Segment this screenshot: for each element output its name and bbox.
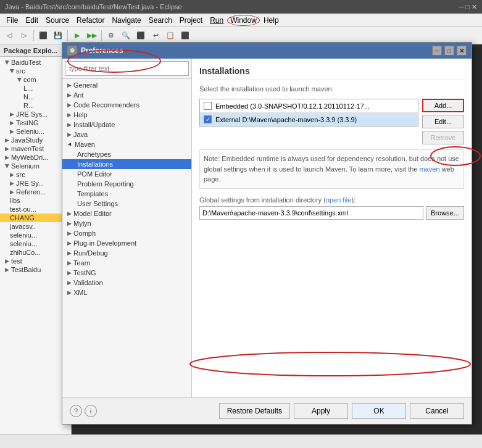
- tree-item-testout[interactable]: test-ou...: [0, 205, 71, 214]
- pref-install-update[interactable]: ▶ Install/Update: [62, 120, 191, 130]
- title-bar: Java - BaiduTest/src/com/baiduTest/NewTe…: [0, 0, 482, 14]
- explorer-header: Package Explo...: [0, 44, 71, 57]
- tree-item-baidutest[interactable]: ▶ BaiduTest: [0, 58, 71, 67]
- tb-new[interactable]: ⬛: [36, 29, 50, 43]
- menu-search[interactable]: Search: [145, 15, 176, 26]
- tree-item-sel3[interactable]: seleniu...: [0, 239, 71, 248]
- open-file-link[interactable]: open file: [326, 196, 352, 204]
- tree-item-jre[interactable]: ▶ JRE Sys...: [0, 110, 71, 118]
- tree-item-sel2[interactable]: seleniu...: [0, 231, 71, 239]
- browse-button[interactable]: Browse...: [426, 206, 464, 220]
- ok-button[interactable]: OK: [352, 403, 406, 419]
- tree-item-src2[interactable]: ▶ src: [0, 170, 71, 179]
- section-title: Installations: [199, 66, 464, 80]
- menu-navigate[interactable]: Navigate: [108, 15, 144, 26]
- tb-btn6[interactable]: ⬛: [178, 29, 192, 43]
- tb-save[interactable]: 💾: [51, 29, 65, 43]
- pref-maven[interactable]: ▼ Maven: [62, 139, 191, 149]
- expand-icon: ▶: [67, 250, 72, 256]
- tree-item-javacsv[interactable]: javacsv..: [0, 222, 71, 231]
- pref-code-recommenders[interactable]: ▶ Code Recommenders: [62, 100, 191, 110]
- remove-button[interactable]: Remove: [422, 131, 464, 144]
- menu-edit[interactable]: Edit: [22, 15, 42, 26]
- pref-archetypes[interactable]: Archetypes: [62, 149, 191, 159]
- tree-item-libs[interactable]: libs: [0, 196, 71, 205]
- item-label: Run/Debug: [73, 249, 108, 257]
- pref-mylyn[interactable]: ▶ Mylyn: [62, 218, 191, 228]
- pref-plugin-dev[interactable]: ▶ Plug-in Development: [62, 238, 191, 248]
- tree-item-mywebdriver[interactable]: ▶ MyWebDri...: [0, 153, 71, 162]
- tree-item-n[interactable]: N...: [0, 93, 71, 101]
- tree-item-r[interactable]: R...: [0, 101, 71, 110]
- tb-btn4[interactable]: ↩: [149, 29, 162, 43]
- global-settings-input[interactable]: [199, 206, 423, 220]
- installation-row-1[interactable]: ✓ External D:\Maven\apache-maven-3.3.9 (…: [200, 113, 418, 126]
- close-button[interactable]: ✕: [457, 46, 467, 56]
- tb-run[interactable]: ▶: [70, 29, 84, 43]
- pref-oomph[interactable]: ▶ Oomph: [62, 228, 191, 238]
- pref-installations[interactable]: Installations: [62, 159, 191, 169]
- tree-item-selenium1[interactable]: ▶ Seleniu...: [0, 127, 71, 136]
- tree-item-test[interactable]: ▶ test: [0, 257, 71, 265]
- cancel-button[interactable]: Cancel: [410, 403, 464, 419]
- tb-btn2[interactable]: 🔍: [119, 29, 133, 43]
- installation-row-0[interactable]: Embedded (3.0-SNAPSHOT/0.12.1.20110112-1…: [200, 99, 418, 113]
- pref-run-debug[interactable]: ▶ Run/Debug: [62, 248, 191, 258]
- pref-ant[interactable]: ▶ Ant: [62, 90, 191, 100]
- menu-source[interactable]: Source: [42, 15, 73, 26]
- menu-file[interactable]: File: [2, 15, 22, 26]
- item-label: Mylyn: [73, 220, 91, 227]
- minimize-button[interactable]: ─: [432, 46, 442, 56]
- tree-item-l[interactable]: L...: [0, 84, 71, 93]
- pref-xml[interactable]: ▶ XML: [62, 288, 191, 297]
- menu-run[interactable]: Run: [206, 15, 227, 26]
- expand-icon: ▶: [67, 270, 72, 276]
- info-button[interactable]: i: [85, 405, 97, 417]
- tb-btn1[interactable]: ⚙: [104, 29, 118, 43]
- pref-pom-editor[interactable]: POM Editor: [62, 169, 191, 179]
- maximize-button[interactable]: □: [444, 46, 454, 56]
- help-button[interactable]: ?: [70, 405, 82, 417]
- tree-item-maventest[interactable]: ▶ mavenTest: [0, 144, 71, 153]
- pref-model-editor[interactable]: ▶ Model Editor: [62, 209, 191, 218]
- maven-link[interactable]: maven: [420, 165, 440, 173]
- tree-item-chang[interactable]: CHANG: [0, 214, 71, 222]
- pref-templates[interactable]: Templates: [62, 189, 191, 199]
- menu-help[interactable]: Help: [260, 15, 283, 26]
- pref-help[interactable]: ▶ Help: [62, 110, 191, 120]
- pref-validation[interactable]: ▶ Validation: [62, 278, 191, 288]
- restore-defaults-button[interactable]: Restore Defaults: [219, 403, 290, 419]
- pref-general[interactable]: ▶ General: [62, 80, 191, 90]
- menu-refactor[interactable]: Refactor: [73, 15, 108, 26]
- tb-forward[interactable]: ▷: [17, 29, 31, 43]
- tree-item-com[interactable]: ▶ com: [0, 75, 71, 84]
- tree-item-src[interactable]: ▶ src: [0, 67, 71, 75]
- pref-user-settings[interactable]: User Settings: [62, 199, 191, 209]
- tree-item-javastudy[interactable]: ▶ JavaStudy: [0, 136, 71, 144]
- pref-team[interactable]: ▶ Team: [62, 258, 191, 268]
- menu-window[interactable]: Window: [227, 15, 260, 26]
- expand-icon: ▼: [67, 142, 73, 147]
- tree-item-jre2[interactable]: ▶ JRE Sy...: [0, 179, 71, 188]
- tree-item-selenium-proj[interactable]: ▶ Selenium: [0, 162, 71, 170]
- install-checkbox-1[interactable]: ✓: [204, 115, 212, 123]
- pref-problem-reporting[interactable]: Problem Reporting: [62, 179, 191, 189]
- tree-label: src: [16, 171, 25, 178]
- tb-sep3: [101, 30, 102, 41]
- menu-project[interactable]: Project: [176, 15, 206, 26]
- tree-item-testbaidu[interactable]: ▶ TestBaidu: [0, 265, 71, 274]
- tb-debug[interactable]: ▶▶: [85, 29, 99, 43]
- tree-item-ref[interactable]: ▶ Referen...: [0, 188, 71, 196]
- tb-btn5[interactable]: 📋: [164, 29, 177, 43]
- edit-button[interactable]: Edit...: [422, 115, 464, 128]
- add-button[interactable]: Add...: [422, 99, 464, 112]
- tb-back[interactable]: ◁: [2, 29, 16, 43]
- apply-button[interactable]: Apply: [294, 403, 348, 419]
- tb-btn3[interactable]: ⬛: [134, 29, 148, 43]
- install-checkbox-0[interactable]: [204, 102, 212, 110]
- pref-java[interactable]: ▶ Java: [62, 130, 191, 139]
- pref-testng[interactable]: ▶ TestNG: [62, 268, 191, 278]
- tree-item-testng[interactable]: ▶ TestNG: [0, 118, 71, 127]
- filter-input[interactable]: [65, 61, 189, 76]
- tree-item-zhihu[interactable]: zhihuCo...: [0, 248, 71, 257]
